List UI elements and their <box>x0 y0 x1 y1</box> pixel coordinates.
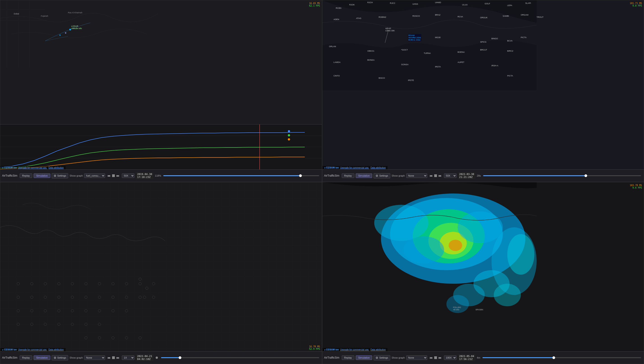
simulation-btn-q3[interactable]: Simulation <box>34 356 50 360</box>
simulation-btn-q4[interactable]: Simulation <box>356 356 372 360</box>
chart-area-q1 <box>0 124 322 169</box>
settings-btn-q4[interactable]: ⚙ Settings <box>374 355 390 360</box>
timeline-q4[interactable] <box>482 357 641 358</box>
upgrade-link-q3[interactable]: Upgrade for commercial use. <box>18 348 47 351</box>
attribution-link-q3[interactable]: Data attribution <box>48 348 64 351</box>
timeline-thumb-q1 <box>299 174 302 177</box>
simulation-btn-q1[interactable]: Simulation <box>34 174 50 178</box>
speed-select-q2[interactable]: 50X 1X 100X <box>444 174 456 178</box>
ms-display-q1: 16.65 MS <box>309 2 320 4</box>
fps-display-q4: 9.6 FPS <box>630 186 642 189</box>
svg-point-14 <box>288 130 290 132</box>
speed-select-q3[interactable]: 1X 50X 100X <box>122 356 134 360</box>
svg-point-74 <box>404 236 444 264</box>
settings-btn-q2[interactable]: ⚙ Settings <box>374 173 390 178</box>
timeline-q2[interactable] <box>483 175 641 176</box>
airport-label-18: SAMBI <box>503 15 509 17</box>
airport-label-37: IRSTA <box>435 66 441 68</box>
replay-btn-q1[interactable]: Replay <box>20 174 32 178</box>
fps-display-q2: 9.8 FPS <box>630 4 642 7</box>
stop-btn-q1[interactable] <box>112 174 115 177</box>
simulation-btn-q2[interactable]: Simulation <box>356 174 372 178</box>
airport-label-19: ORGAM <box>521 14 528 16</box>
cesium-credit-q3: ⬥ CESIUM ion Upgrade for commercial use.… <box>0 348 66 351</box>
attribution-link-q1[interactable]: Data attribution <box>48 166 64 169</box>
airport-label-14: ROSCO <box>412 15 420 17</box>
forward-btn-q3[interactable]: ⏭ <box>116 356 120 360</box>
ms-display-q2: 101.71 MS <box>630 2 642 4</box>
stop-btn-q2[interactable] <box>434 174 437 177</box>
upgrade-link-q1[interactable]: Upgrade for commercial use. <box>18 166 47 169</box>
cesium-credit-q1: ⬥ CESIUM ion Upgrade for commercial use.… <box>0 166 66 169</box>
playback-controls-q3: ⏮ ⏭ <box>106 356 120 360</box>
airport-label-36: GONSA <box>401 63 409 66</box>
datetime-q4: 2022-05-04 17:56:21Z <box>458 354 476 361</box>
app-name-q2: AirTrafficSim <box>324 174 340 177</box>
datetime-q1: 2019.04.30 17:18:23Z <box>136 172 154 179</box>
airport-label-20: TROUT <box>537 16 544 18</box>
airport-label-34: LAMDA <box>334 61 340 63</box>
attribution-link-q2[interactable]: Data attribution <box>370 166 386 169</box>
airport-label-3: RJCH <box>368 1 373 4</box>
rewind-btn-q4[interactable]: ⏮ <box>428 356 434 360</box>
timeline-thumb-q4 <box>552 356 555 359</box>
rewind-btn-q1[interactable]: ⏮ <box>106 174 112 178</box>
svg-point-79 <box>494 284 521 306</box>
stop-btn-q3[interactable] <box>112 356 115 359</box>
graph-select-q2[interactable]: None fuel_consu... <box>406 174 427 178</box>
cesium-logo-text-q4: ⬥ CESIUM ion <box>324 348 339 351</box>
svg-rect-17 <box>322 0 644 182</box>
speed-select-q4[interactable]: 100X 1X 50X <box>444 356 456 360</box>
upgrade-link-q2[interactable]: Upgrade for commercial use. <box>340 166 369 169</box>
timeline-q1[interactable] <box>163 175 319 176</box>
airport-label-25: BCVA <box>507 40 513 42</box>
settings-btn-q1[interactable]: ⚙ Settings <box>52 173 68 178</box>
replay-btn-q2[interactable]: Replay <box>342 174 354 178</box>
airport-label-28: OBKO1 <box>368 50 374 52</box>
settings-btn-q3[interactable]: ⚙ Settings <box>52 355 68 360</box>
stop-btn-q4[interactable] <box>434 356 437 359</box>
graph-select-q4[interactable]: None fuel_consu... <box>406 356 427 360</box>
settings-label-q4: Settings <box>379 356 388 359</box>
corner-coords-q4: 103.78 MS 9.6 FPS <box>630 184 642 189</box>
airport-label-13: ROBIN2 <box>379 16 386 18</box>
airport-label-10: SLAPI <box>525 2 531 4</box>
corner-coords-q1: 16.65 MS 62.1 FPS <box>309 2 320 7</box>
toolbar-q1: AirTrafficSim Replay Simulation ⚙ Settin… <box>0 169 322 182</box>
attribution-link-q4[interactable]: Data attribution <box>370 348 386 351</box>
toolbar-q3: AirTrafficSim Replay Simulation ⚙ Settin… <box>0 351 322 364</box>
airport-label-38: AUPET <box>458 61 464 63</box>
forward-btn-q1[interactable]: ⏭ <box>116 174 120 178</box>
airport-label-39: IRSH-A <box>492 64 498 67</box>
airport-label-5: UHSS <box>412 3 418 5</box>
map-background-q3 <box>0 182 322 364</box>
forward-btn-q4[interactable]: ⏭ <box>438 356 442 360</box>
airport-label-7: ULUU <box>462 4 468 6</box>
speed-select-q1[interactable]: 50X 1X 10X 100X <box>122 174 134 178</box>
ms-display-q4: 103.78 MS <box>630 184 642 186</box>
corner-coords-q2: 101.71 MS 9.8 FPS <box>630 2 642 7</box>
timeline-q3[interactable] <box>161 357 319 358</box>
settings-label-q3: Settings <box>57 356 66 359</box>
quadrant-top-right: RCBS RJOK RJCH RJCC UHSS UHMD ULUU GOLF … <box>322 0 644 182</box>
forward-btn-q2[interactable]: ⏭ <box>438 174 442 178</box>
rewind-btn-q2[interactable]: ⏮ <box>428 174 434 178</box>
replay-btn-q3[interactable]: Replay <box>20 356 32 360</box>
graph-select-q1[interactable]: fuel_consu... None <box>84 174 105 178</box>
airport-label-43: PICTA <box>507 75 513 77</box>
graph-select-q3[interactable]: None fuel_consu... <box>84 356 105 360</box>
toolbar-q2: AirTrafficSim Replay Simulation ⚙ Settin… <box>322 169 644 182</box>
airport-label-8: GOLF <box>485 2 490 5</box>
rewind-btn-q3[interactable]: ⏮ <box>106 356 112 360</box>
app-name-q3: AirTrafficSim <box>2 356 17 359</box>
gear-icon-q3: ⚙ <box>54 356 56 360</box>
upgrade-link-q4[interactable]: Upgrade for commercial use. <box>340 348 369 351</box>
replay-btn-q4[interactable]: Replay <box>342 356 354 360</box>
airport-label-1: RCBS <box>336 7 342 9</box>
airport-label-15: BRAZ <box>435 14 440 16</box>
airport-label-23: SPICG <box>480 41 486 43</box>
svg-point-77 <box>507 234 534 275</box>
datetime-q3: 2022-04-21 04:02:10Z <box>136 354 154 361</box>
location-2: Fujairah <box>41 15 48 17</box>
airport-label-9: LEPA <box>507 4 512 6</box>
